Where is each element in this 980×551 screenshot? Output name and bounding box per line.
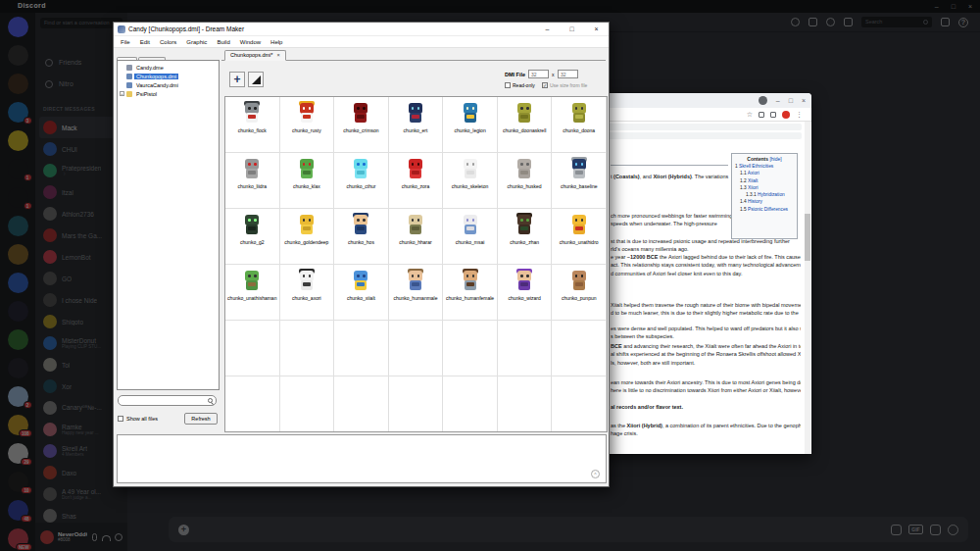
dm-maximize-button[interactable]: □ [560,23,584,36]
icon-state-cell[interactable] [280,376,335,432]
icon-state-cell[interactable]: chunko_unathidro [552,209,607,265]
icon-height-input[interactable]: 32 [558,70,578,78]
use-size-checkbox[interactable] [542,82,548,88]
menu-item[interactable]: Build [212,36,234,47]
browser-maximize-button[interactable]: □ [789,94,793,107]
expander-icon[interactable]: + [120,91,124,96]
icon-state-cell[interactable]: chunko_hharar [389,209,444,265]
tab-close-icon[interactable]: × [276,51,279,60]
menu-item[interactable]: Edit [135,36,155,47]
icon-state-cell[interactable]: chunko_unathishaman [225,265,280,321]
icon-state-sprite [403,380,428,406]
icon-state-cell[interactable]: chunko_husked [498,153,553,209]
new-icon-state-button[interactable]: + [229,72,245,87]
toc-item[interactable]: 1.4 History [735,198,794,205]
icon-state-sprite [566,269,592,294]
refresh-button[interactable]: Refresh [184,413,218,425]
document-tab[interactable]: Chunkopops.dmi* × [224,50,286,61]
site-banner [591,124,802,130]
icon-state-cell[interactable]: chunko_skeleton [443,153,498,209]
icon-state-cell[interactable] [498,321,553,376]
icon-state-cell[interactable]: chunko_cthur [334,153,389,209]
icon-state-name: chunko_baseline [561,183,598,190]
browser-close-button[interactable]: × [802,94,806,107]
icon-state-cell[interactable]: chunko_humanmale [389,265,444,321]
extensions-icon[interactable] [759,112,764,118]
icon-state-sprite [348,157,373,182]
menu-item[interactable]: Graphic [181,36,212,47]
bookmark-star-icon[interactable]: ☆ [747,111,753,119]
icon-state-sprite [348,101,373,126]
icon-state-cell[interactable]: chunko_axori [280,265,335,321]
icon-state-sprite [566,325,592,350]
icon-state-cell[interactable]: chunko_crimson [334,97,389,153]
tree-item[interactable]: VaurcaCandy.dmi [118,80,219,89]
icon-state-cell[interactable] [389,321,444,376]
icon-state-cell[interactable] [225,321,280,376]
icon-state-cell[interactable]: chunko_klax [280,153,335,209]
icon-state-cell[interactable]: chunko_zhan [498,209,553,265]
browser-minimize-button[interactable]: – [776,94,780,107]
icon-state-name: chunko_flock [238,127,267,134]
icon-state-cell[interactable] [280,321,335,376]
icon-state-cell[interactable] [225,376,280,432]
toc-item[interactable]: 1.3.1 Hybridization [735,191,794,198]
tree-item[interactable]: + PsiPistol [118,89,219,98]
tree-item[interactable]: Candy.dme [118,63,219,72]
site-banner [591,132,802,139]
tree-item[interactable]: Chunkopops.dmi [118,72,219,80]
extension-icon[interactable] [770,112,776,118]
browser-avatar[interactable] [782,111,790,119]
menu-item[interactable]: Window [235,36,266,47]
dm-close-button[interactable]: × [584,23,609,36]
icon-state-cell[interactable] [334,321,389,376]
icon-state-cell[interactable]: chunko_goldendeep [280,209,335,265]
contents-hide-link[interactable]: [hide] [769,156,781,162]
scroll-top-icon[interactable]: ^ [591,470,600,478]
icon-state-cell[interactable]: chunko_zora [389,153,444,209]
toc-item[interactable]: 1.3 Xiiori [735,184,794,191]
tree-filter-input[interactable] [118,395,217,406]
icon-state-cell[interactable]: chunko_xiialt [334,265,389,321]
icon-state-sprite [348,325,373,350]
icon-state-cell[interactable] [552,376,607,432]
icon-state-cell[interactable]: chunko_liidra [225,153,280,209]
icon-state-cell[interactable]: chunko_g2 [225,209,280,265]
kebab-menu-icon[interactable]: ⋮ [796,111,803,119]
icon-state-cell[interactable]: chunko_baseline [552,153,607,209]
icon-state-cell[interactable]: chunko_legion [443,97,498,153]
contents-box: Contents [hide] 1 Skrell Ethnicities 1.1… [731,153,798,239]
icon-state-cell[interactable] [498,376,553,432]
icon-state-cell[interactable]: chunko_punpun [552,265,607,321]
toc-item[interactable]: 1 Skrell Ethnicities [735,163,794,170]
scrollbar-thumb[interactable] [805,214,810,261]
toc-item[interactable]: 1.2 Xiialt [735,177,794,184]
icon-state-cell[interactable]: chunko_rusty [280,97,335,153]
show-all-files-checkbox[interactable] [118,416,123,422]
dm-minimize-button[interactable]: – [535,23,560,36]
icon-state-cell[interactable] [443,321,498,376]
toc-item[interactable]: 1.1 Axiori [735,170,794,176]
icon-state-cell[interactable] [389,376,444,432]
browser-profile-icon[interactable] [759,96,767,105]
read-only-label: Read-only [513,82,535,88]
menu-item[interactable]: Help [266,36,287,47]
browser-scrollbar[interactable] [805,122,810,454]
icon-state-cell[interactable]: chunko_msai [443,209,498,265]
menu-item[interactable]: Colors [155,36,181,47]
icon-state-cell[interactable] [443,376,498,432]
icon-state-cell[interactable] [552,321,607,376]
icon-state-cell[interactable]: chunko_doonaskrell [498,97,553,153]
read-only-checkbox[interactable] [505,82,511,88]
icon-width-input[interactable]: 32 [528,70,549,78]
icon-state-cell[interactable]: chunko_humanfemale [443,265,498,321]
toc-item[interactable]: 1.5 Psionic Differences [735,206,794,213]
icon-state-cell[interactable] [334,376,389,432]
icon-state-cell[interactable]: chunko_hos [334,209,389,265]
icon-state-cell[interactable]: chunko_wizard [498,265,553,321]
draw-mode-button[interactable] [248,72,264,87]
icon-state-cell[interactable]: chunko_flock [225,97,280,153]
menu-item[interactable]: File [116,36,135,47]
icon-state-cell[interactable]: chunko_ert [389,97,444,153]
icon-state-cell[interactable]: chunko_doona [552,97,607,153]
